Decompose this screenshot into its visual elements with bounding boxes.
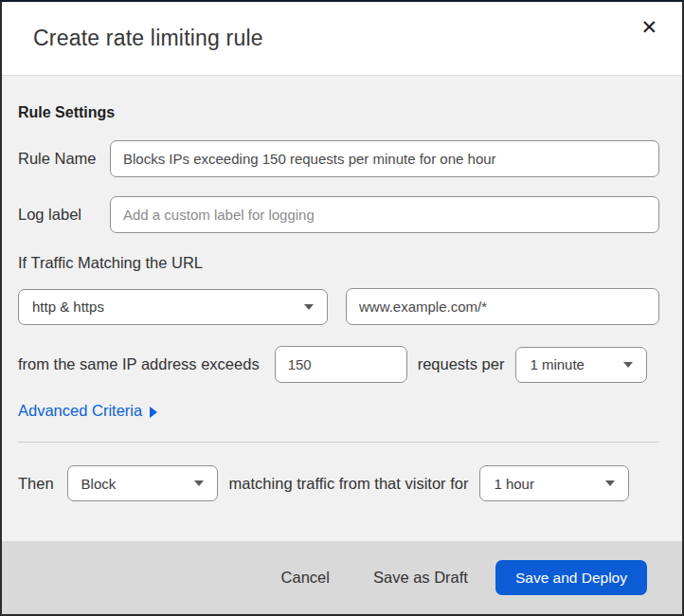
then-label: Then <box>18 475 54 493</box>
dialog-header: Create rate limiting rule ✕ <box>2 2 682 76</box>
section-divider <box>18 442 659 443</box>
create-rate-limiting-rule-dialog: Create rate limiting rule ✕ Rule Setting… <box>0 0 684 616</box>
url-pattern-input[interactable] <box>346 288 659 325</box>
save-and-deploy-button[interactable]: Save and Deploy <box>495 560 647 595</box>
scheme-select-value: http & https <box>32 299 104 315</box>
scheme-select[interactable]: http & https <box>18 289 328 325</box>
action-middle-text: matching traffic from that visitor for <box>229 475 469 493</box>
url-match-row: http & https <box>18 288 659 325</box>
log-label-label: Log label <box>18 206 110 224</box>
action-select-value: Block <box>81 476 117 492</box>
dialog-body: Rule Settings Rule Name Log label If Tra… <box>2 76 682 541</box>
chevron-down-icon <box>623 362 633 368</box>
log-label-input[interactable] <box>110 196 659 233</box>
duration-select-value: 1 hour <box>494 476 534 492</box>
chevron-down-icon <box>605 480 615 486</box>
period-select-value: 1 minute <box>530 356 585 372</box>
cancel-button[interactable]: Cancel <box>281 569 330 587</box>
rule-settings-heading: Rule Settings <box>18 104 659 121</box>
chevron-down-icon <box>304 304 314 310</box>
action-select[interactable]: Block <box>67 465 218 501</box>
dialog-footer: Cancel Save as Draft Save and Deploy <box>2 541 682 614</box>
advanced-criteria-link[interactable]: Advanced Criteria <box>18 402 157 420</box>
save-as-draft-button[interactable]: Save as Draft <box>373 569 468 587</box>
rule-name-input[interactable] <box>110 140 659 177</box>
log-label-row: Log label <box>18 196 659 233</box>
dialog-title: Create rate limiting rule <box>33 26 263 51</box>
threshold-row: from the same IP address exceeds request… <box>18 346 659 383</box>
action-row: Then Block matching traffic from that vi… <box>18 465 659 501</box>
threshold-prefix-text: from the same IP address exceeds <box>18 355 260 373</box>
rule-name-row: Rule Name <box>18 140 659 177</box>
advanced-criteria-label: Advanced Criteria <box>18 402 142 420</box>
rule-name-label: Rule Name <box>18 150 110 168</box>
chevron-down-icon <box>194 480 204 486</box>
traffic-match-intro: If Traffic Matching the URL <box>18 254 659 272</box>
period-select[interactable]: 1 minute <box>515 347 647 383</box>
requests-per-text: requests per <box>418 355 505 373</box>
request-threshold-input[interactable] <box>275 346 407 383</box>
triangle-right-icon <box>150 407 157 418</box>
duration-select[interactable]: 1 hour <box>479 465 629 501</box>
close-icon[interactable]: ✕ <box>637 13 661 41</box>
